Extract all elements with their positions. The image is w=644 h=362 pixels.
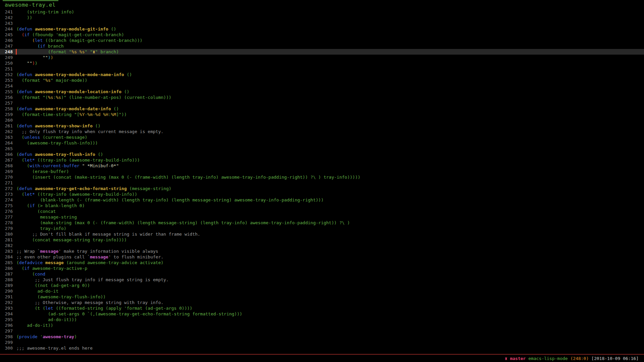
code-text: (string-trim info) — [16, 9, 74, 15]
code-line[interactable]: 246 (let ((branch (magit-get-current-bra… — [0, 38, 644, 43]
code-line[interactable]: 271 — [0, 180, 644, 186]
code-text: (if awesome-tray-active-p — [16, 265, 87, 271]
code-text: tray-info) — [16, 226, 66, 231]
line-number: 293 — [0, 305, 13, 311]
code-area[interactable]: 241 (string-trim info)242 ))243244(defun… — [0, 9, 644, 351]
code-line[interactable]: 288 ;; Just flush tray info if message s… — [0, 277, 644, 283]
code-line[interactable]: 294 (ad-set-args 0 `(,(awesome-tray-get-… — [0, 311, 644, 317]
code-line[interactable]: 254 — [0, 83, 644, 89]
code-line[interactable]: 282 — [0, 243, 644, 248]
line-number: 267 — [0, 157, 13, 163]
line-number: 280 — [0, 231, 13, 237]
code-line[interactable]: 250 "")) — [0, 60, 644, 66]
code-line[interactable]: 278 (make-string (max 0 (- (frame-width)… — [0, 220, 644, 226]
code-text: (defadvice message (around awesome-tray-… — [16, 260, 163, 265]
code-line[interactable]: 266(defun awesome-tray-flush-info () — [0, 152, 644, 157]
code-line[interactable]: 279 tray-info) — [0, 226, 644, 231]
code-text: (let* ((tray-info (awesome-tray-build-in… — [16, 157, 140, 163]
code-line[interactable]: 273 (let* ((tray-info (awesome-tray-buil… — [0, 191, 644, 197]
header-line: awesome-tray.el — [0, 0, 644, 9]
code-line[interactable]: 272(defun awesome-tray-get-echo-format-s… — [0, 186, 644, 191]
code-line[interactable]: 241 (string-trim info) — [0, 9, 644, 15]
code-line[interactable]: 259 (format-time-string "[%Y-%m-%d %H:%M… — [0, 112, 644, 117]
code-line[interactable]: 299 — [0, 340, 644, 345]
code-line[interactable]: 281 (concat message-string tray-info)))) — [0, 237, 644, 243]
code-line[interactable]: 251 — [0, 66, 644, 72]
code-line[interactable]: 277 message-string — [0, 214, 644, 220]
code-line[interactable]: 286 (if awesome-tray-active-p — [0, 265, 644, 271]
code-line[interactable]: 252(defun awesome-tray-module-mode-name-… — [0, 72, 644, 77]
code-line[interactable]: 255(defun awesome-tray-module-location-i… — [0, 89, 644, 95]
code-text: "")) — [16, 55, 53, 60]
code-line[interactable]: 280 ;; Don't fill blank if message strin… — [0, 231, 644, 237]
code-text: ;;; awesome-tray.el ends here — [16, 345, 93, 351]
modeline-status: ♜ master emacs-lisp-mode (248:0) [2018-1… — [505, 356, 639, 362]
code-line[interactable]: 258(defun awesome-tray-module-date-info … — [0, 106, 644, 112]
line-number: 250 — [0, 60, 13, 66]
code-line[interactable]: 268 (with-current-buffer " *Minibuf-0*" — [0, 163, 644, 169]
code-line[interactable]: 276 (concat — [0, 208, 644, 214]
buffer-tab[interactable]: awesome-tray.el — [5, 2, 56, 8]
line-number: 263 — [0, 134, 13, 140]
code-line[interactable]: 289 ((not (ad-get-arg 0)) — [0, 283, 644, 288]
code-text: (t (let ((formatted-string (apply 'forma… — [16, 305, 192, 311]
code-line[interactable]: 291 (awesome-tray-flush-info)) — [0, 294, 644, 300]
line-number: 270 — [0, 174, 13, 180]
line-number: 286 — [0, 265, 13, 271]
code-line[interactable]: 245 (if (fboundp 'magit-get-current-bran… — [0, 32, 644, 38]
code-line[interactable]: 247 (if branch — [0, 43, 644, 49]
line-number: 274 — [0, 197, 13, 203]
code-line[interactable]: 293 (t (let ((formatted-string (apply 'f… — [0, 305, 644, 311]
code-line[interactable]: 290 ad-do-it — [0, 288, 644, 294]
code-line[interactable]: 244(defun awesome-tray-module-git-info (… — [0, 26, 644, 32]
line-number: 269 — [0, 169, 13, 174]
code-line[interactable]: 263 (unless (current-message) — [0, 134, 644, 140]
line-number: 296 — [0, 322, 13, 328]
code-text: (defun awesome-tray-module-date-info () — [16, 106, 119, 112]
code-text: (with-current-buffer " *Minibuf-0*" — [16, 163, 119, 169]
code-line[interactable]: 243 — [0, 20, 644, 26]
line-number: 287 — [0, 271, 13, 277]
code-line[interactable]: 257 — [0, 100, 644, 106]
line-number: 256 — [0, 95, 13, 100]
git-branch-name: master — [510, 356, 528, 361]
line-number: 259 — [0, 112, 13, 117]
code-text: (ad-set-args 0 `(,(awesome-tray-get-echo… — [16, 311, 242, 317]
code-line[interactable]: 297 — [0, 328, 644, 334]
code-line[interactable]: 242 )) — [0, 15, 644, 20]
code-line[interactable]: 283;; Wrap `message' make tray informati… — [0, 248, 644, 254]
code-line[interactable]: 295 ad-do-it))) — [0, 317, 644, 322]
mode-line[interactable]: ♜ master emacs-lisp-mode (248:0) [2018-1… — [0, 354, 644, 362]
code-line[interactable]: 298(provide 'awesome-tray) — [0, 334, 644, 340]
code-line[interactable]: 260 — [0, 117, 644, 123]
code-text: (blank-length (- (frame-width) (length t… — [16, 197, 324, 203]
line-number: 242 — [0, 15, 13, 20]
code-line[interactable]: 274 (blank-length (- (frame-width) (leng… — [0, 197, 644, 203]
code-line[interactable]: 253 (format "%s" major-mode)) — [0, 77, 644, 83]
line-number: 283 — [0, 248, 13, 254]
code-line[interactable]: 292 ;; Otherwise, wrap message string wi… — [0, 300, 644, 305]
code-line[interactable]: 285(defadvice message (around awesome-tr… — [0, 260, 644, 265]
code-line[interactable]: 256 (format "(%s:%s)" (line-number-at-po… — [0, 95, 644, 100]
code-line[interactable]: 261(defun awesome-tray-show-info () — [0, 123, 644, 129]
code-line[interactable]: 284;; even other plugins call `message' … — [0, 254, 644, 260]
line-number: 244 — [0, 26, 13, 32]
code-text: (provide 'awesome-tray) — [16, 334, 77, 340]
code-line[interactable]: 270 (insert (concat (make-string (max 0 … — [0, 174, 644, 180]
code-line[interactable]: 267 (let* ((tray-info (awesome-tray-buil… — [0, 157, 644, 163]
line-number: 290 — [0, 288, 13, 294]
code-line[interactable]: 264 (awesome-tray-flush-info))) — [0, 140, 644, 146]
code-line[interactable]: 262 ;; Only flush tray info when current… — [0, 129, 644, 134]
code-line[interactable]: 249 "")) — [0, 55, 644, 60]
line-number: 294 — [0, 311, 13, 317]
code-line[interactable]: 265 — [0, 146, 644, 152]
code-text: ad-do-it)) — [16, 322, 53, 328]
code-text: (let* ((tray-info (awesome-tray-build-in… — [16, 191, 137, 197]
code-line[interactable]: 275 (if (> blank-length 0) — [0, 203, 644, 208]
code-line[interactable]: 269 (erase-buffer) — [0, 169, 644, 174]
code-text: (awesome-tray-flush-info)) — [16, 294, 106, 300]
code-line[interactable]: 287 (cond — [0, 271, 644, 277]
code-line[interactable]: 296 ad-do-it)) — [0, 322, 644, 328]
code-line[interactable]: 300;;; awesome-tray.el ends here — [0, 345, 644, 351]
code-line-current[interactable]: 248 (format "%s %s" "♜" branch) — [0, 49, 644, 55]
